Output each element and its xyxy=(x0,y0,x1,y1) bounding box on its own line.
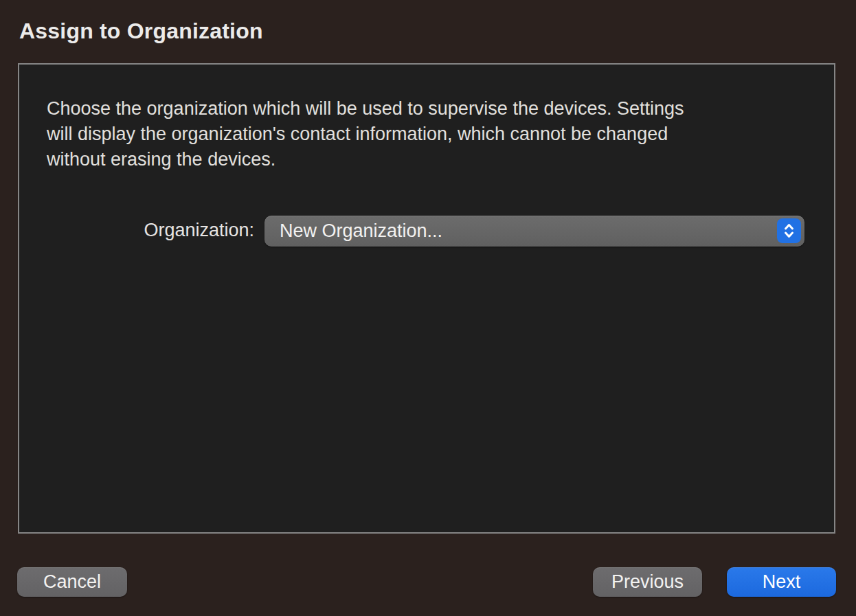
cancel-button[interactable]: Cancel xyxy=(17,567,127,597)
description-line: without erasing the devices. xyxy=(47,147,684,172)
description-line: will display the organization's contact … xyxy=(47,122,684,147)
page-title: Assign to Organization xyxy=(19,19,263,44)
description-text: Choose the organization which will be us… xyxy=(47,96,684,172)
organization-selected-value: New Organization... xyxy=(264,220,804,242)
assign-to-organization-dialog: Assign to Organization Choose the organi… xyxy=(0,0,856,616)
up-down-chevron-icon xyxy=(777,218,801,243)
next-button[interactable]: Next xyxy=(727,567,836,597)
organization-popup-button[interactable]: New Organization... xyxy=(264,216,804,247)
organization-label: Organization: xyxy=(88,214,254,246)
previous-button[interactable]: Previous xyxy=(593,567,702,597)
description-line: Choose the organization which will be us… xyxy=(47,96,684,122)
organization-form-row: Organization: New Organization... xyxy=(19,214,834,246)
content-panel: Choose the organization which will be us… xyxy=(18,63,835,534)
